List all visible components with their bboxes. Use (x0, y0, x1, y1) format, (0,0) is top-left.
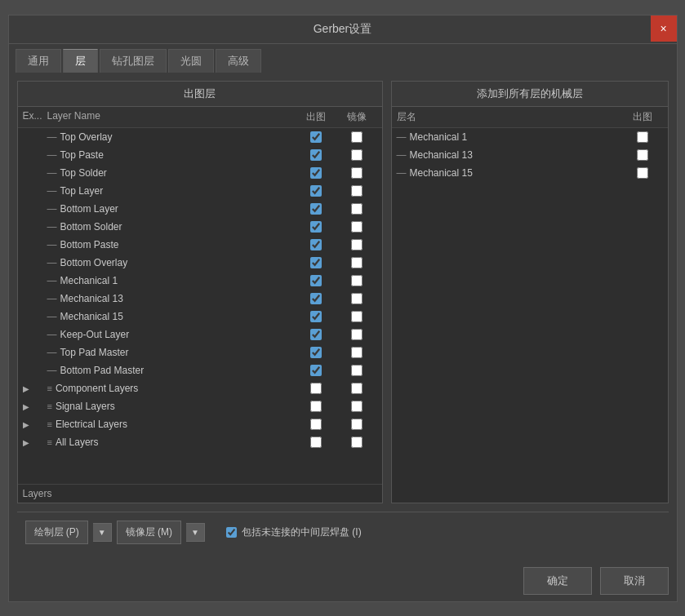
print-checkbox-7[interactable] (296, 257, 336, 268)
draw-layer-dropdown[interactable]: ▼ (93, 523, 112, 542)
ok-button[interactable]: 确定 (523, 567, 592, 595)
col-print: 出图 (296, 110, 336, 124)
title-bar: Gerber设置 × (9, 16, 677, 44)
mirror-layer-button[interactable]: 镜像层 (M) (117, 521, 181, 544)
print-checkbox-9[interactable] (296, 293, 336, 304)
expand-icon[interactable]: ▶ (23, 384, 29, 393)
mirror-checkbox-12[interactable] (336, 347, 377, 358)
mirror-checkbox-1[interactable] (336, 149, 377, 161)
list-item: — Keep-Out Layer (18, 326, 382, 343)
mirror-checkbox-11[interactable] (336, 329, 377, 340)
right-panel-header: 添加到所有层的机械层 (392, 82, 668, 107)
print-checkbox-6[interactable] (296, 239, 336, 250)
dialog: Gerber设置 × 通用 层 钻孔图层 光圆 高级 出图层 Ex... Lay… (8, 15, 678, 602)
mirror-checkbox-0[interactable] (336, 131, 377, 143)
group-item-all: ▶ ≡ All Layers (18, 433, 382, 451)
group-icon: ≡ (47, 419, 52, 429)
group-print-0[interactable] (296, 383, 336, 394)
list-item: — Top Layer (18, 182, 382, 200)
tab-advanced[interactable]: 高级 (216, 49, 261, 73)
expand-icon[interactable]: ▶ (23, 420, 29, 429)
group-print-3[interactable] (296, 437, 336, 448)
r-print-checkbox-2[interactable] (622, 167, 663, 179)
mirror-checkbox-13[interactable] (336, 365, 377, 376)
main-content: 出图层 Ex... Layer Name 出图 镜像 — Top Overlay (9, 73, 677, 561)
tab-drill[interactable]: 钻孔图层 (100, 49, 167, 73)
print-checkbox-8[interactable] (296, 275, 336, 286)
col-ex: Ex... (23, 110, 47, 124)
right-list-item: — Mechanical 13 (392, 146, 668, 164)
mirror-checkbox-6[interactable] (336, 239, 377, 250)
print-checkbox-5[interactable] (296, 221, 336, 233)
print-checkbox-13[interactable] (296, 365, 336, 376)
r-print-checkbox-0[interactable] (622, 131, 663, 143)
tab-aperture[interactable]: 光圆 (168, 49, 214, 73)
mirror-checkbox-8[interactable] (336, 275, 377, 286)
list-item: — Bottom Pad Master (18, 361, 382, 379)
print-checkbox-2[interactable] (296, 167, 336, 179)
list-item: — Mechanical 13 (18, 290, 382, 308)
include-unconnected-checkbox[interactable] (226, 527, 237, 538)
list-item: — Top Overlay (18, 128, 382, 146)
left-panel: 出图层 Ex... Layer Name 出图 镜像 — Top Overlay (17, 81, 383, 503)
mirror-checkbox-10[interactable] (336, 311, 377, 322)
list-item: — Bottom Layer (18, 200, 382, 218)
cancel-button[interactable]: 取消 (600, 567, 669, 595)
print-checkbox-3[interactable] (296, 185, 336, 197)
layers-label: Layers (18, 484, 382, 503)
list-item: — Mechanical 15 (18, 308, 382, 326)
group-icon: ≡ (47, 401, 52, 411)
mirror-checkbox-4[interactable] (336, 203, 377, 215)
list-item: — Mechanical 1 (18, 272, 382, 290)
group-mirror-3[interactable] (336, 437, 377, 448)
group-item-component: ▶ ≡ Component Layers (18, 379, 382, 397)
list-item: — Bottom Overlay (18, 254, 382, 272)
print-checkbox-1[interactable] (296, 149, 336, 161)
mirror-checkbox-5[interactable] (336, 221, 377, 233)
left-panel-header: 出图层 (18, 82, 382, 107)
group-print-2[interactable] (296, 419, 336, 430)
print-checkbox-12[interactable] (296, 347, 336, 358)
group-mirror-1[interactable] (336, 401, 377, 412)
draw-layer-button[interactable]: 绘制层 (P) (25, 521, 88, 544)
r-print-checkbox-1[interactable] (622, 149, 663, 161)
list-item: — Top Paste (18, 146, 382, 164)
right-panel: 添加到所有层的机械层 层名 出图 — Mechanical 1 — Mechan… (391, 81, 669, 503)
r-col-name: 层名 (397, 110, 622, 124)
list-item: — Top Pad Master (18, 343, 382, 361)
dialog-title: Gerber设置 (314, 22, 372, 37)
mirror-checkbox-7[interactable] (336, 257, 377, 268)
list-item: — Bottom Paste (18, 236, 382, 254)
group-icon: ≡ (47, 437, 52, 447)
group-print-1[interactable] (296, 401, 336, 412)
mirror-checkbox-2[interactable] (336, 167, 377, 179)
mirror-layer-dropdown[interactable]: ▼ (186, 523, 205, 542)
include-unconnected-label[interactable]: 包括未连接的中间层焊盘 (I) (226, 525, 362, 539)
expand-icon[interactable]: ▶ (23, 402, 29, 411)
right-list-item: — Mechanical 15 (392, 164, 668, 182)
bottom-toolbar: 绘制层 (P) ▼ 镜像层 (M) ▼ 包括未连接的中间层焊盘 (I) (17, 512, 669, 552)
group-mirror-2[interactable] (336, 419, 377, 430)
expand-icon[interactable]: ▶ (23, 438, 29, 447)
tabs-bar: 通用 层 钻孔图层 光圆 高级 (9, 44, 677, 73)
right-col-headers: 层名 出图 (392, 107, 668, 128)
r-col-print: 出图 (622, 110, 663, 124)
col-layer-name: Layer Name (47, 110, 296, 124)
tab-layer[interactable]: 层 (63, 49, 98, 73)
group-item-electrical: ▶ ≡ Electrical Layers (18, 415, 382, 433)
print-checkbox-11[interactable] (296, 329, 336, 340)
left-col-headers: Ex... Layer Name 出图 镜像 (18, 107, 382, 128)
tab-general[interactable]: 通用 (16, 49, 61, 73)
print-checkbox-4[interactable] (296, 203, 336, 215)
close-button[interactable]: × (651, 16, 677, 42)
mirror-checkbox-3[interactable] (336, 185, 377, 197)
group-icon: ≡ (47, 383, 52, 393)
list-item: — Top Solder (18, 164, 382, 182)
mirror-checkbox-9[interactable] (336, 293, 377, 304)
col-mirror: 镜像 (336, 110, 377, 124)
print-checkbox-0[interactable] (296, 131, 336, 143)
bottom-actions: 确定 取消 (9, 561, 677, 601)
print-checkbox-10[interactable] (296, 311, 336, 322)
group-mirror-0[interactable] (336, 383, 377, 394)
right-list-item: — Mechanical 1 (392, 128, 668, 146)
